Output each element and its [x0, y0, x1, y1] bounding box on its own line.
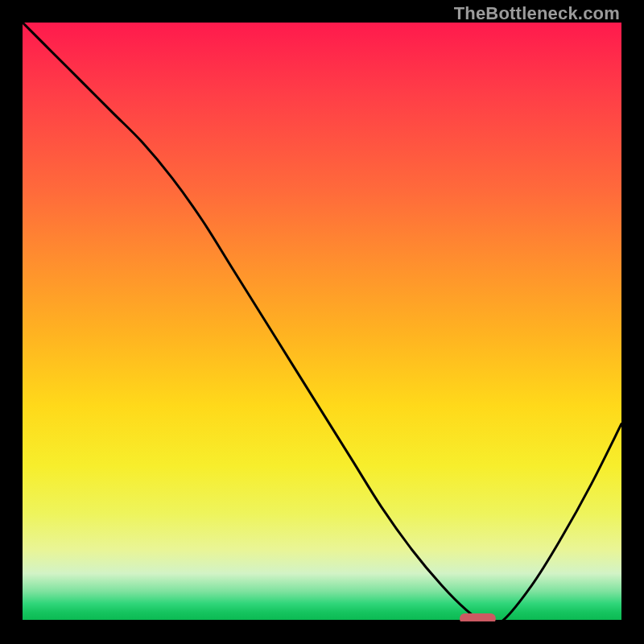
svg-rect-1: [460, 613, 496, 621]
chart-frame: TheBottleneck.com: [0, 0, 644, 644]
plot-area: [23, 23, 621, 621]
optimal-marker: [23, 23, 621, 621]
watermark-text: TheBottleneck.com: [454, 3, 620, 24]
